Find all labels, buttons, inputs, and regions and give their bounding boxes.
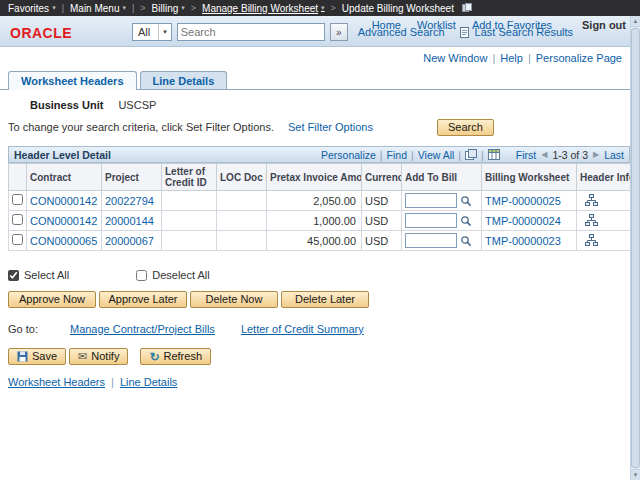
project-link[interactable]: 20000144: [105, 215, 154, 227]
column-header-pretax-invoice-amount: Pretax Invoice Amount: [267, 164, 362, 191]
currency-cell: USD: [362, 231, 402, 251]
footer-worksheet-headers-link[interactable]: Worksheet Headers: [8, 376, 105, 388]
row-select-checkbox[interactable]: [12, 234, 23, 245]
grid-separator: |: [481, 149, 484, 161]
breadcrumb-chevron: >: [140, 3, 145, 13]
add-to-bill-input[interactable]: [405, 213, 457, 228]
scroll-up-icon[interactable]: ▲: [631, 16, 640, 27]
search-input[interactable]: [177, 23, 325, 41]
letter-of-credit-id-cell: [162, 231, 217, 251]
grid-controls: Personalize | Find | View All | | First …: [321, 149, 624, 161]
breadcrumb-ribbon-icon[interactable]: [462, 3, 472, 13]
contract-link[interactable]: CON0000065: [30, 235, 97, 247]
oracle-logo: ORACLE: [10, 25, 72, 41]
next-page-icon[interactable]: ▶: [593, 150, 599, 159]
project-link[interactable]: 20000067: [105, 235, 154, 247]
breadcrumb-billing[interactable]: Billing▾: [152, 3, 185, 14]
view-all-link[interactable]: View All: [418, 149, 455, 161]
project-link[interactable]: 20022794: [105, 195, 154, 207]
last-search-results-link[interactable]: Last Search Results: [475, 26, 573, 38]
sign-out-link[interactable]: Sign out: [582, 19, 626, 31]
deselect-all-checkbox[interactable]: [136, 270, 147, 281]
add-to-bill-input[interactable]: [405, 233, 457, 248]
header-info-icon[interactable]: [585, 214, 598, 226]
search-scope-select[interactable]: All ▾: [132, 23, 172, 41]
filter-hint: To change your search criteria, click Se…: [8, 121, 274, 133]
column-header-header-info-1: Header Info 1: [577, 164, 631, 191]
links-separator: |: [492, 52, 495, 64]
table-header-row: Contract Project Letter of Credit ID LOC…: [9, 164, 631, 191]
loc-doc-id-cell: [217, 231, 267, 251]
scroll-down-icon[interactable]: ▼: [631, 469, 640, 480]
column-header-contract: Contract: [27, 164, 102, 191]
row-select-checkbox[interactable]: [12, 194, 23, 205]
popup-window-icon[interactable]: [465, 149, 477, 160]
billing-worksheet-link[interactable]: TMP-00000024: [485, 215, 561, 227]
header-info-icon[interactable]: [585, 194, 598, 206]
breadcrumb-main-menu[interactable]: Main Menu▾: [70, 3, 126, 14]
notify-icon: ✉: [78, 351, 87, 362]
new-window-link[interactable]: New Window: [423, 52, 487, 64]
grid-separator: |: [458, 149, 461, 161]
vertical-scrollbar[interactable]: ▲ ▼: [630, 16, 640, 480]
caret-down-icon: ▾: [321, 4, 325, 12]
footer-line-details-link[interactable]: Line Details: [120, 376, 177, 388]
goto-row: Go to: Manage Contract/Project Bills Let…: [8, 323, 640, 335]
column-header-currency: Currency: [362, 164, 402, 191]
refresh-button[interactable]: ↻ Refresh: [140, 348, 211, 365]
caret-down-icon: ▾: [52, 4, 56, 12]
search-scope-value: All: [138, 26, 150, 38]
set-filter-options-link[interactable]: Set Filter Options: [288, 121, 373, 133]
delete-later-button[interactable]: Delete Later: [281, 291, 369, 308]
business-unit-row: Business Unit USCSP: [30, 99, 640, 111]
breadcrumb-manage-billing-worksheet[interactable]: Manage Billing Worksheet▾: [202, 3, 325, 14]
links-separator: |: [528, 52, 531, 64]
add-to-bill-input[interactable]: [405, 193, 457, 208]
select-all-checkbox[interactable]: [8, 270, 19, 281]
select-all-label: Select All: [24, 269, 69, 281]
caret-down-icon: ▾: [158, 24, 171, 40]
download-grid-icon[interactable]: [488, 149, 500, 160]
header-info-icon[interactable]: [585, 234, 598, 246]
loc-doc-id-cell: [217, 191, 267, 211]
breadcrumb-separator: |: [132, 3, 134, 13]
personalize-link[interactable]: Personalize: [321, 149, 376, 161]
letter-of-credit-summary-link[interactable]: Letter of Credit Summary: [241, 323, 364, 335]
footer-links: Worksheet Headers | Line Details: [8, 376, 640, 388]
grid-header-bar: Header Level Detail Personalize | Find |…: [8, 146, 630, 163]
billing-worksheet-link[interactable]: TMP-00000023: [485, 235, 561, 247]
approve-later-button[interactable]: Approve Later: [99, 291, 187, 308]
contract-link[interactable]: CON0000142: [30, 195, 97, 207]
search-button[interactable]: Search: [437, 119, 494, 136]
lookup-magnifier-icon[interactable]: [460, 215, 472, 227]
lookup-magnifier-icon[interactable]: [460, 235, 472, 247]
advanced-search-link[interactable]: Advanced Search: [358, 26, 445, 38]
delete-now-button[interactable]: Delete Now: [190, 291, 278, 308]
help-link[interactable]: Help: [500, 52, 523, 64]
save-button[interactable]: Save: [8, 348, 66, 365]
scrollbar-thumb[interactable]: [631, 28, 640, 468]
search-go-button[interactable]: »: [330, 23, 348, 41]
update-billing-worksheet-page: { "icons": { "caret_down": "▾", "separat…: [0, 0, 640, 480]
notify-button[interactable]: ✉ Notify: [69, 348, 128, 365]
manage-contract-project-bills-link[interactable]: Manage Contract/Project Bills: [70, 323, 215, 335]
contract-link[interactable]: CON0000142: [30, 215, 97, 227]
breadcrumb: Favorites▾ | Main Menu▾ | > Billing▾ > M…: [0, 0, 640, 16]
previous-page-icon[interactable]: ◀: [541, 150, 547, 159]
tab-line-details[interactable]: Line Details: [140, 71, 228, 89]
deselect-all-label: Deselect All: [152, 269, 209, 281]
tab-worksheet-headers[interactable]: Worksheet Headers: [8, 71, 137, 90]
personalize-page-link[interactable]: Personalize Page: [536, 52, 622, 64]
row-select-checkbox[interactable]: [12, 214, 23, 225]
find-link[interactable]: Find: [387, 149, 407, 161]
column-header-billing-worksheet: Billing Worksheet: [482, 164, 577, 191]
header-bar: ORACLE Home Worklist Add to Favorites Si…: [0, 16, 640, 47]
lookup-magnifier-icon[interactable]: [460, 195, 472, 207]
billing-worksheet-link[interactable]: TMP-00000025: [485, 195, 561, 207]
approve-now-button[interactable]: Approve Now: [8, 291, 96, 308]
last-link[interactable]: Last: [604, 149, 624, 161]
breadcrumb-favorites[interactable]: Favorites▾: [8, 3, 56, 14]
page-links: New Window | Help | Personalize Page: [0, 47, 640, 65]
grid-separator: |: [380, 149, 383, 161]
first-link[interactable]: First: [516, 149, 536, 161]
